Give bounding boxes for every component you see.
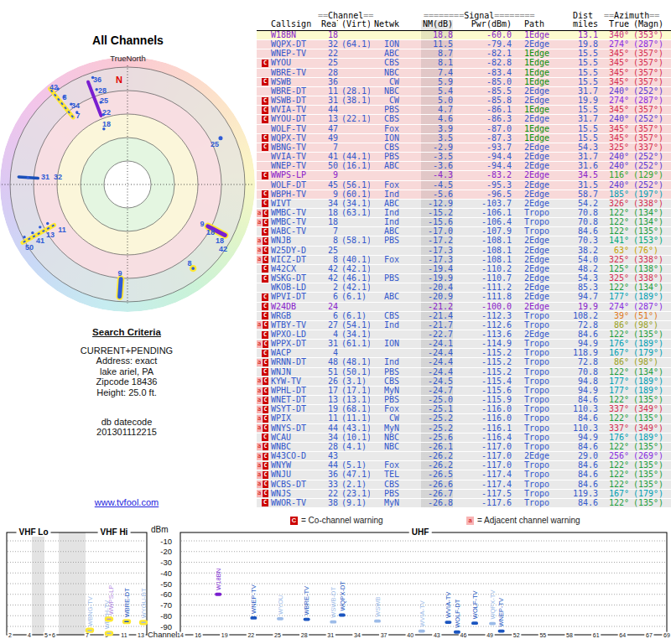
co-channel-warning-badge: C [262, 350, 268, 357]
co-channel-warning-badge: C [262, 331, 268, 339]
cell-real-channel: 31 [321, 340, 338, 348]
cell-power: -100.0 [453, 303, 512, 311]
co-channel-warning-badge: C [263, 321, 268, 329]
channel-tick-label: 25 [274, 632, 281, 638]
cell-azimuth-magn: (287°) [629, 96, 671, 105]
cell-azimuth-true: 177° [598, 293, 629, 301]
cell-network [370, 303, 399, 311]
search-zipcode: Zipcode 18436 [17, 377, 237, 387]
cell-azimuth-magn: (189°) [629, 293, 671, 301]
cell-power: -112.6 [453, 321, 512, 330]
cell-network [370, 330, 399, 339]
cell-real-channel: 45 [321, 181, 338, 190]
cell-virtual-channel: (4.1) [338, 443, 370, 451]
dbm-tick-label: -50 [160, 579, 172, 589]
co-channel-warning-badge: C [263, 219, 268, 226]
cell-callsign: WYOU-DT [268, 115, 321, 123]
cell-azimuth-magn: (357°) [629, 106, 671, 114]
co-channel-warning-badge: C [262, 312, 268, 319]
cell-callsign: WSWB-DT [268, 96, 321, 105]
cell-network: Fox [370, 405, 399, 413]
cell-noise-margin: -12.9 [399, 200, 453, 208]
cell-distance: 84.6 [559, 480, 598, 489]
cell-virtual-channel: (6.1) [338, 293, 370, 301]
table-row: aCWNBC28(4.1)NBC-26.1-117.0Tropo84.6122°… [257, 443, 671, 452]
cell-noise-margin: -26.7 [399, 490, 453, 498]
cell-path: 1Edge [512, 78, 559, 86]
cell-callsign: WSWB [268, 78, 321, 86]
channel-label: 7 [75, 112, 80, 120]
table-row: aCWCBS-DT33(2.1)CBS-26.6-117.4Tropo84.61… [257, 480, 671, 490]
cell-path: 2Edge [512, 190, 559, 199]
cell-callsign: WCAU [268, 434, 321, 442]
tvfool-link[interactable]: www.tvfool.com [95, 497, 159, 507]
cell-azimuth-true: 345° [598, 106, 629, 114]
signal-bar [498, 630, 505, 633]
cell-noise-margin: -17.2 [399, 236, 453, 245]
warning-badges: aC [257, 470, 268, 479]
signal-bar [454, 631, 460, 634]
cell-noise-margin: -22.7 [399, 330, 453, 339]
co-channel-warning-badge: C [262, 134, 268, 142]
cell-network: NBC [370, 69, 399, 77]
cell-real-channel: 36 [321, 470, 338, 479]
cell-path: 1Edge [512, 125, 559, 133]
table-row: WOLF-TV47Fox3.9-87.01Edge15.5345°(357°) [257, 125, 671, 134]
cell-power: -86.3 [453, 115, 512, 123]
cell-network [370, 31, 399, 39]
cell-azimuth-magn: (138°) [629, 265, 671, 273]
cell-real-channel: 22 [321, 490, 338, 498]
cell-virtual-channel: (47.1) [338, 470, 370, 479]
cell-real-channel: 43 [321, 452, 338, 460]
channel-label: 8 [62, 93, 66, 101]
channel-tick-label: 55 [539, 632, 546, 638]
cell-real-channel: 9 [321, 190, 338, 199]
table-row: aCWNJS22(23.1)PBS-26.7-117.5Tropo119.316… [257, 490, 671, 499]
cell-azimuth-true: 177° [598, 377, 629, 386]
table-row: CW24DB24-21.2-100.02Edge19.9274°(287°) [257, 303, 671, 312]
search-address-type: Address: exact [17, 356, 237, 366]
cell-distance: 84.6 [559, 227, 598, 236]
warning-badges: C [257, 330, 268, 339]
signal-bar [86, 629, 93, 632]
signal-group-header: ========Signal======== [424, 11, 534, 20]
cell-real-channel: 44 [321, 106, 338, 114]
warning-badges: C [257, 106, 268, 114]
cell-azimuth-magn: (134°) [629, 209, 671, 217]
dbm-tick-label: -20 [160, 547, 172, 556]
cell-distance: 15.5 [559, 78, 598, 86]
cell-real-channel: 18 [321, 218, 338, 226]
cell-network: Fox [370, 461, 399, 470]
station-label: WOLF-TV [471, 590, 479, 619]
cell-noise-margin: 5.0 [399, 96, 453, 105]
cell-azimuth-magn: (338°) [629, 274, 671, 283]
cell-virtual-channel: (56.1) [338, 181, 370, 190]
cell-noise-margin: -26.2 [399, 452, 453, 460]
channel-tick-label: 58 [566, 632, 573, 638]
cell-callsign: WRGB [268, 312, 321, 320]
cell-azimuth-true: 256° [598, 452, 629, 460]
cell-path: Tropo [512, 349, 559, 357]
co-channel-warning-badge: C [263, 406, 268, 413]
cell-azimuth-true: 240° [598, 87, 629, 96]
adjacent-warning-badge: a [257, 387, 262, 395]
cell-power: -82.1 [453, 49, 512, 58]
cell-network: NBC [370, 87, 399, 96]
cell-distance: 84.6 [559, 499, 598, 507]
cell-power: -110.2 [453, 265, 512, 273]
cell-virtual-channel: (63.1) [338, 209, 370, 217]
cell-azimuth-true: 167° [598, 349, 629, 357]
cell-azimuth-true: 340° [598, 31, 629, 39]
cell-path: Tropo [512, 443, 559, 451]
cell-callsign: WOLF-DT [268, 181, 321, 190]
cell-azimuth-magn: (338°) [629, 200, 671, 208]
cell-azimuth-magn: (134°) [629, 368, 671, 377]
cell-path: 2Edge [512, 143, 559, 152]
warning-badges: aC [257, 387, 268, 395]
cell-path: Tropo [512, 312, 559, 320]
cell-azimuth-magn: (134°) [629, 283, 671, 292]
cell-real-channel: 31 [321, 96, 338, 105]
channel-tick-label: 49 [486, 632, 493, 638]
cell-network: CW [370, 414, 399, 423]
warning-badges [257, 283, 268, 292]
